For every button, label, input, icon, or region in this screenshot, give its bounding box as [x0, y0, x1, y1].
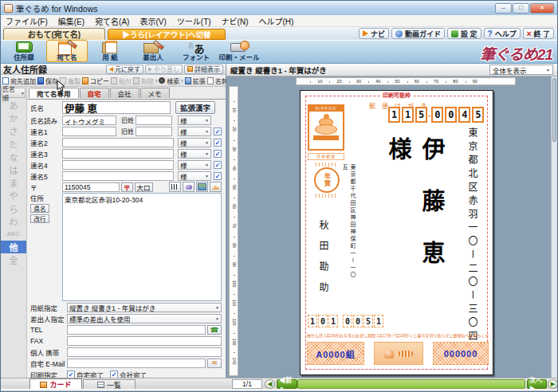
minimize-button[interactable]: –: [495, 3, 512, 14]
joint-print-checkbox-2[interactable]: ✓: [214, 139, 222, 147]
joint-honorific-select-3[interactable]: 様▼: [178, 149, 211, 159]
form-tab-宛て名専用[interactable]: 宛て名専用: [29, 88, 79, 98]
sender-select[interactable]: 標準の差出人を使用 ▼: [67, 314, 222, 323]
honorific-select[interactable]: 様 ▼: [178, 116, 211, 125]
index-tab-な[interactable]: な: [1, 151, 26, 163]
menu-item-1[interactable]: 編集(E): [58, 15, 84, 27]
index-tab-や[interactable]: や: [1, 189, 26, 202]
mail-icon[interactable]: ✉: [207, 359, 222, 368]
index-tab-か[interactable]: か: [1, 112, 26, 124]
tool-font[interactable]: ああフォント: [175, 40, 217, 62]
詳細表示-button[interactable]: 詳細表示: [184, 65, 223, 74]
menu-item-2[interactable]: 宛て名(A): [95, 15, 129, 27]
tab-front-recipient[interactable]: おもて(宛て名): [3, 28, 105, 40]
action-search[interactable]: ‹検索›: [155, 76, 183, 85]
index-tab-た[interactable]: た: [1, 138, 26, 151]
postal-code-field[interactable]: 1150045: [62, 182, 120, 192]
phone-icon[interactable]: ☎: [207, 325, 222, 335]
home-target-checkbox[interactable]: ✓: [67, 370, 75, 378]
index-tab-わ[interactable]: わ: [1, 215, 26, 228]
quick-button-navi[interactable]: ナビ: [359, 28, 389, 39]
joint-maiden-field[interactable]: [136, 127, 172, 136]
menu-item-3[interactable]: 表示(V): [140, 15, 166, 27]
index-tab-は[interactable]: は: [1, 163, 26, 176]
map-icon[interactable]: [196, 182, 208, 192]
expand-kanji-button[interactable]: 拡張漢字: [175, 101, 215, 114]
joint-honorific-select-2[interactable]: 様▼: [178, 138, 211, 147]
joint-print-checkbox-5[interactable]: ✓: [214, 172, 222, 180]
paper-select[interactable]: 縦置き 縦書き1 - 年賀はがき ▼: [67, 303, 222, 312]
menu-item-5[interactable]: ナビ(N): [222, 15, 249, 27]
scrollbar-thumb[interactable]: [552, 78, 556, 142]
address-field[interactable]: 東京都北区赤羽10-20-304: [62, 193, 222, 301]
mobile-field[interactable]: [67, 347, 222, 357]
action-extend[interactable]: 拡張: [185, 76, 206, 85]
action-save[interactable]: 保存: [37, 76, 58, 85]
next-record-button[interactable]: 次へ▶: [527, 379, 547, 389]
joint-print-checkbox-3[interactable]: ✓: [214, 150, 222, 158]
barcode-icon[interactable]: [169, 182, 181, 192]
email-field[interactable]: [67, 359, 206, 368]
record-slider[interactable]: [297, 379, 525, 389]
menu-item-0[interactable]: ファイル(F): [6, 15, 48, 27]
last-record-button[interactable]: ▶: [548, 379, 558, 389]
joint-name-field-1[interactable]: [62, 127, 116, 136]
tool-address-book[interactable]: 住所録: [3, 40, 45, 62]
tool-print-mail[interactable]: 印刷・メール: [218, 40, 260, 62]
menu-item-4[interactable]: ツール(T): [177, 15, 211, 27]
name-field[interactable]: 伊藤 恵: [62, 101, 171, 114]
index-tab-ら[interactable]: ら: [1, 202, 26, 215]
search-prev-icon[interactable]: ‹: [155, 78, 157, 84]
signature-icon[interactable]: [183, 182, 195, 192]
form-tab-自宅[interactable]: 自宅: [80, 88, 109, 98]
first-record-button[interactable]: ◀: [265, 379, 275, 389]
tool-paper[interactable]: 用 紙: [89, 40, 131, 62]
index-tab-さ[interactable]: さ: [1, 124, 26, 137]
postal-lookup-button[interactable]: 〒: [121, 182, 133, 192]
maximize-button[interactable]: □: [513, 3, 529, 14]
action-copy[interactable]: コピー: [82, 76, 109, 85]
quick-button-settings[interactable]: 設 定: [447, 28, 481, 39]
form-tab-会社[interactable]: 会社: [110, 88, 140, 98]
joint-honorific-select-4[interactable]: 様▼: [178, 160, 211, 170]
joint-honorific-select-5[interactable]: 様▼: [178, 171, 211, 181]
tab-card-view[interactable]: カード: [29, 378, 82, 390]
joint-print-checkbox-4[interactable]: ✓: [214, 161, 222, 169]
joint-name-field-4[interactable]: [62, 160, 174, 170]
quick-button-video-guide[interactable]: 動画ガイド: [391, 28, 445, 39]
search-next-icon[interactable]: ›: [181, 78, 183, 84]
joint-name-field-2[interactable]: [62, 138, 174, 147]
tool-recipient-card[interactable]: 宛て名: [46, 40, 88, 62]
action-business-card[interactable]: 名刺: [207, 76, 228, 85]
元に戻す-button[interactable]: 元に戻す: [106, 65, 143, 74]
quick-button-help[interactable]: ?ヘルプ: [484, 28, 521, 39]
menu-item-6[interactable]: ヘルプ(H): [258, 15, 293, 27]
sort-order-dropdown[interactable]: 氏名順 ▼: [2, 88, 26, 98]
photo-icon[interactable]: [210, 182, 222, 192]
joint-name-field-3[interactable]: [62, 149, 174, 159]
tab-back-layout[interactable]: ▶うら(レイアウト)へ切替: [108, 29, 226, 40]
postcard-page[interactable]: 印刷可能枠 郵便はがき NIPPON 日本郵便 年賀 115-0045 東京都北…: [300, 90, 493, 375]
index-tab-全[interactable]: 全: [1, 253, 26, 266]
form-tab-メモ[interactable]: メモ: [140, 88, 170, 98]
tool-sender[interactable]: 差出人: [132, 40, 174, 62]
fax-field[interactable]: [67, 336, 222, 346]
index-tab-ABC[interactable]: ABC: [1, 228, 26, 241]
close-button[interactable]: ×: [530, 3, 554, 14]
preview-scrollbar[interactable]: [551, 76, 557, 378]
previous-record-button[interactable]: ◀前へ: [277, 379, 297, 389]
company-target-checkbox[interactable]: ✓: [110, 370, 118, 378]
kana-field[interactable]: イトウメグミ: [62, 116, 116, 125]
line-break-button[interactable]: 改行: [30, 214, 49, 223]
maiden-name-field[interactable]: [136, 116, 172, 125]
joint-name-field-5[interactable]: [62, 171, 174, 181]
prefecture-button[interactable]: 県名: [30, 204, 49, 213]
bulk-office-button[interactable]: 大口: [135, 182, 153, 192]
index-tab-ま[interactable]: ま: [1, 176, 26, 189]
joint-honorific-select-1[interactable]: 様▼: [178, 127, 211, 136]
joint-print-checkbox-1[interactable]: ✓: [214, 127, 222, 135]
index-tab-他[interactable]: 他: [1, 241, 26, 253]
zoom-select[interactable]: 全体を表示 ▼: [489, 65, 553, 75]
tel-field[interactable]: [67, 325, 206, 335]
quick-button-exit[interactable]: ×終 了: [523, 28, 554, 39]
